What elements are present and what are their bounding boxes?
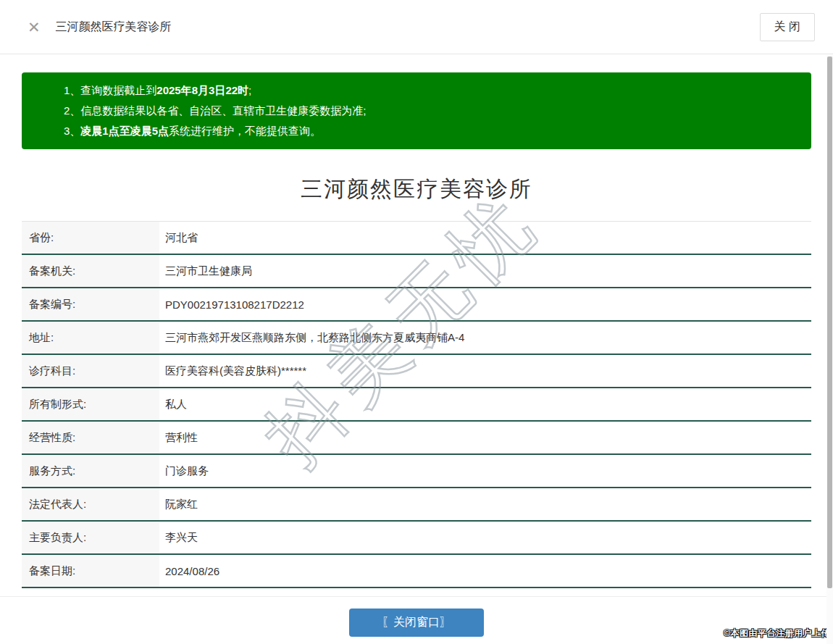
field-label: 备案编号: [22,288,159,320]
close-window-button[interactable]: 〖关闭窗口〗 [349,609,484,637]
notice-line-2: 2、信息数据结果以各省、自治区、直辖市卫生健康委数据为准; [64,101,797,121]
field-label: 主要负责人: [22,522,159,553]
field-value: 医疗美容科(美容皮肤科)****** [159,355,306,387]
scrollbar-track[interactable] [826,55,833,644]
table-row: 备案编号: PDY00219713108217D2212 [22,288,811,322]
field-value: 三河市卫生健康局 [159,255,252,287]
notice-line-1: 1、查询数据截止到2025年8月3日22时; [64,80,797,101]
notice-text: 2、信息数据结果以各省、自治区、直辖市卫生健康委数据为准; [64,104,367,117]
close-button[interactable]: 关 闭 [760,13,815,41]
field-label: 备案机关: [22,255,159,287]
top-bar: ✕ 三河颜然医疗美容诊所 关 闭 [0,0,833,54]
notice-bold-text: 凌晨1点至凌晨5点 [80,125,169,137]
field-label: 服务方式: [22,455,159,487]
footer: 〖关闭窗口〗 [0,609,833,637]
info-table: 省份: 河北省 备案机关: 三河市卫生健康局 备案编号: PDY00219713… [22,221,811,588]
field-value: 河北省 [159,222,198,254]
page-title: 三河颜然医疗美容诊所 [22,175,811,204]
close-icon[interactable]: ✕ [28,20,41,35]
field-label: 所有制形式: [22,388,159,420]
table-row: 地址: 三河市燕郊开发区燕顺路东侧，北蔡路北侧东方夏威夷商铺A-4 [22,322,811,355]
notice-bold-text: 2025年8月3日22时 [156,84,248,96]
table-row: 备案日期: 2024/08/26 [22,555,811,588]
window-title: 三河颜然医疗美容诊所 [56,20,172,35]
main-content: 1、查询数据截止到2025年8月3日22时; 2、信息数据结果以各省、自治区、直… [0,72,833,588]
field-value: 2024/08/26 [159,555,219,587]
notice-text: 系统进行维护，不能提供查询。 [169,125,321,137]
table-row: 所有制形式: 私人 [22,388,811,422]
notice-box: 1、查询数据截止到2025年8月3日22时; 2、信息数据结果以各省、自治区、直… [22,72,811,149]
table-row: 主要负责人: 李兴天 [22,522,811,555]
footer-divider [0,596,833,597]
table-row: 省份: 河北省 [22,222,811,255]
field-value: 营利性 [159,422,198,453]
field-value: 门诊服务 [159,455,209,487]
field-label: 经营性质: [22,422,159,453]
field-value: 三河市燕郊开发区燕顺路东侧，北蔡路北侧东方夏威夷商铺A-4 [159,322,464,354]
notice-line-3: 3、凌晨1点至凌晨5点系统进行维护，不能提供查询。 [64,121,797,141]
notice-text: ; [248,84,251,96]
field-label: 省份: [22,222,159,254]
table-row: 经营性质: 营利性 [22,422,811,455]
notice-text: 3、 [64,125,80,137]
table-row: 服务方式: 门诊服务 [22,455,811,488]
scrollbar-thumb[interactable] [827,57,832,588]
field-label: 地址: [22,322,159,354]
notice-text: 1、查询数据截止到 [64,84,156,96]
field-label: 诊疗科目: [22,355,159,387]
field-value: PDY00219713108217D2212 [159,288,304,320]
table-row: 备案机关: 三河市卫生健康局 [22,255,811,288]
field-label: 法定代表人: [22,488,159,520]
field-label: 备案日期: [22,555,159,587]
upload-stamp: ©本图由平台注册用户上传 [724,627,830,640]
field-value: 私人 [159,388,187,420]
table-row: 法定代表人: 阮家红 [22,488,811,522]
table-row: 诊疗科目: 医疗美容科(美容皮肤科)****** [22,355,811,388]
field-value: 李兴天 [159,522,198,553]
field-value: 阮家红 [159,488,198,520]
